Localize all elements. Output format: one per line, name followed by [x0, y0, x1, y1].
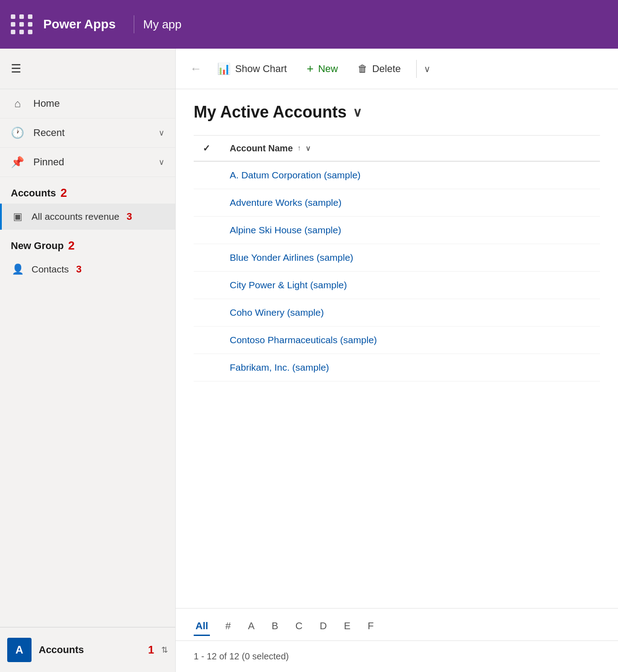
trash-icon: 🗑: [358, 63, 368, 75]
chevron-down-icon: ∨: [159, 128, 164, 138]
account-link[interactable]: City Power & Light (sample): [230, 280, 347, 290]
sidebar-item-all-accounts-revenue[interactable]: ▣ All accounts revenue 3: [0, 204, 175, 230]
all-accounts-revenue-badge: 3: [127, 211, 132, 222]
myapp-label: My app: [143, 18, 182, 32]
show-chart-button[interactable]: 📊 Show Chart: [209, 58, 295, 80]
contacts-icon: 👤: [11, 263, 24, 275]
all-accounts-revenue-label: All accounts revenue: [32, 211, 119, 222]
table-row[interactable]: Contoso Pharmaceuticals (sample): [194, 327, 600, 354]
select-all-header[interactable]: ✓: [194, 136, 221, 162]
table-row[interactable]: Blue Yonder Airlines (sample): [194, 244, 600, 272]
app-brand: Power Apps: [43, 17, 116, 32]
avatar: A: [7, 638, 32, 662]
row-checkbox[interactable]: [194, 327, 221, 354]
home-icon: ⌂: [11, 97, 24, 110]
page-tab-#[interactable]: #: [223, 618, 232, 636]
account-link[interactable]: Fabrikam, Inc. (sample): [230, 362, 329, 372]
account-name-cell[interactable]: Contoso Pharmaceuticals (sample): [221, 327, 600, 354]
table-row[interactable]: Alpine Ski House (sample): [194, 217, 600, 244]
view-title-text: My Active Accounts: [194, 103, 346, 122]
new-label: New: [318, 63, 338, 75]
main-layout: ☰ ⌂ Home 🕐 Recent ∨ 📌 Pinned ∨ Accounts …: [0, 49, 618, 672]
page-tab-c[interactable]: C: [294, 618, 304, 636]
sidebar-item-contacts[interactable]: 👤 Contacts 3: [0, 256, 175, 282]
table-row[interactable]: Adventure Works (sample): [194, 189, 600, 217]
contacts-badge: 3: [76, 263, 82, 275]
account-name-cell[interactable]: A. Datum Corporation (sample): [221, 161, 600, 189]
sidebar-item-pinned-label: Pinned: [33, 156, 64, 168]
sidebar-item-pinned[interactable]: 📌 Pinned ∨: [0, 148, 175, 177]
chevron-up-down-icon: ⇅: [161, 645, 168, 655]
sidebar-nav: ⌂ Home 🕐 Recent ∨ 📌 Pinned ∨ Accounts 2 …: [0, 89, 175, 627]
view-title: My Active Accounts ∨: [194, 103, 600, 122]
page-tab-f[interactable]: F: [366, 618, 375, 636]
new-button[interactable]: + New: [299, 57, 346, 80]
topbar-divider: [134, 15, 134, 33]
toolbar-more-chevron-icon[interactable]: ∨: [424, 64, 431, 74]
delete-button[interactable]: 🗑 Delete: [350, 59, 409, 79]
row-checkbox[interactable]: [194, 354, 221, 381]
account-name-cell[interactable]: City Power & Light (sample): [221, 272, 600, 299]
page-tab-a[interactable]: A: [246, 618, 256, 636]
clock-icon: 🕐: [11, 127, 24, 139]
sidebar-toolbar: ☰: [0, 49, 175, 89]
sidebar-item-home[interactable]: ⌂ Home: [0, 89, 175, 118]
table-row[interactable]: Coho Winery (sample): [194, 299, 600, 327]
new-group-section-header: New Group 2: [0, 230, 175, 256]
apps-grid-icon[interactable]: [11, 14, 33, 34]
topbar: Power Apps My app: [0, 0, 618, 49]
account-link[interactable]: Blue Yonder Airlines (sample): [230, 252, 353, 263]
content-toolbar: ← 📊 Show Chart + New 🗑 Delete ∨: [176, 49, 618, 89]
account-link[interactable]: Alpine Ski House (sample): [230, 225, 341, 235]
row-checkbox[interactable]: [194, 244, 221, 272]
page-tab-d[interactable]: D: [318, 618, 329, 636]
account-name-header-label: Account Name: [230, 143, 293, 154]
sidebar-item-recent-label: Recent: [33, 127, 65, 139]
page-tab-e[interactable]: E: [342, 618, 353, 636]
chevron-down-icon: ∨: [159, 157, 164, 167]
sort-asc-icon[interactable]: ↑: [297, 144, 301, 152]
sidebar: ☰ ⌂ Home 🕐 Recent ∨ 📌 Pinned ∨ Accounts …: [0, 49, 176, 672]
back-button[interactable]: ←: [186, 58, 205, 79]
content-main: My Active Accounts ∨ ✓ Account Name ↑ ∨: [176, 89, 618, 608]
chart-icon: 📊: [217, 63, 231, 75]
account-name-cell[interactable]: Coho Winery (sample): [221, 299, 600, 327]
table-header: ✓ Account Name ↑ ∨: [194, 136, 600, 162]
row-checkbox[interactable]: [194, 299, 221, 327]
row-checkbox[interactable]: [194, 272, 221, 299]
accounts-section-label: Accounts: [11, 187, 56, 199]
account-link[interactable]: Adventure Works (sample): [230, 197, 341, 208]
page-tab-b[interactable]: B: [270, 618, 280, 636]
table-row[interactable]: Fabrikam, Inc. (sample): [194, 354, 600, 381]
content-area: ← 📊 Show Chart + New 🗑 Delete ∨ My Activ…: [176, 49, 618, 672]
hamburger-icon[interactable]: ☰: [11, 62, 21, 76]
account-name-cell[interactable]: Adventure Works (sample): [221, 189, 600, 217]
pagination-tabs: All#ABCDEF: [176, 608, 618, 640]
sidebar-item-recent[interactable]: 🕐 Recent ∨: [0, 118, 175, 148]
sidebar-bottom[interactable]: A Accounts 1 ⇅: [0, 627, 175, 672]
sidebar-bottom-badge: 1: [148, 644, 154, 656]
accounts-section-badge: 2: [60, 186, 67, 200]
toolbar-separator: [416, 60, 417, 78]
page-tab-all[interactable]: All: [194, 618, 210, 636]
row-checkbox[interactable]: [194, 189, 221, 217]
row-checkbox[interactable]: [194, 217, 221, 244]
sidebar-item-home-label: Home: [33, 98, 60, 109]
row-checkbox[interactable]: [194, 161, 221, 189]
view-title-chevron-icon[interactable]: ∨: [353, 105, 362, 120]
account-name-cell[interactable]: Alpine Ski House (sample): [221, 217, 600, 244]
account-link[interactable]: A. Datum Corporation (sample): [230, 170, 361, 180]
account-name-cell[interactable]: Blue Yonder Airlines (sample): [221, 244, 600, 272]
account-name-header[interactable]: Account Name ↑ ∨: [221, 136, 600, 162]
sort-desc-icon[interactable]: ∨: [305, 144, 311, 153]
account-name-cell[interactable]: Fabrikam, Inc. (sample): [221, 354, 600, 381]
checkmark-icon: ✓: [203, 143, 210, 153]
table-row[interactable]: A. Datum Corporation (sample): [194, 161, 600, 189]
table-row[interactable]: City Power & Light (sample): [194, 272, 600, 299]
status-bar: 1 - 12 of 12 (0 selected): [176, 640, 618, 672]
new-group-section-badge: 2: [68, 239, 74, 253]
accounts-section-header: Accounts 2: [0, 177, 175, 204]
account-link[interactable]: Contoso Pharmaceuticals (sample): [230, 335, 377, 345]
revenue-icon: ▣: [11, 211, 24, 222]
account-link[interactable]: Coho Winery (sample): [230, 307, 324, 318]
